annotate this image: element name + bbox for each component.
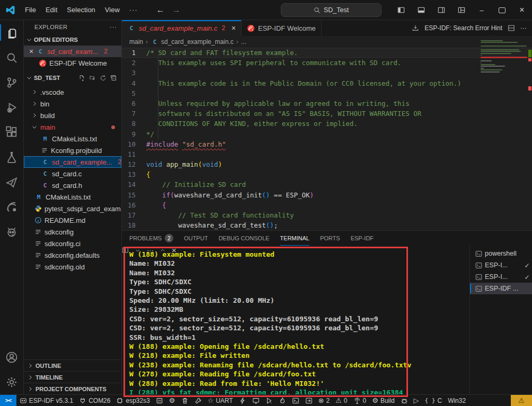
status-build-task[interactable]: ⚙Build	[369, 395, 397, 406]
nav-forward-icon[interactable]: →	[172, 5, 181, 15]
editor-more-actions[interactable]: ···	[520, 24, 527, 32]
status-monitor-device[interactable]	[249, 395, 262, 406]
status-warning-notification[interactable]: ⚠	[511, 395, 532, 406]
file-tree-row[interactable]: sdkconfig.old	[24, 261, 121, 273]
section-outline[interactable]: OUTLINE	[24, 359, 121, 371]
file-tree-row[interactable]: sdkconfig.ci	[24, 238, 121, 249]
close-tab-icon[interactable]: ×	[232, 24, 236, 32]
status-flash-method[interactable]	[153, 395, 166, 406]
activity-source-control-icon[interactable]	[0, 70, 24, 95]
panel-tab-esp-idf[interactable]: ESP-IDF	[351, 231, 374, 246]
activity-testing-icon[interactable]	[0, 145, 24, 169]
menu-item-view[interactable]: View	[100, 4, 125, 16]
status-forwarded-ports[interactable]: 0	[350, 395, 369, 406]
menu-item-file[interactable]: File	[20, 4, 41, 16]
new-folder-icon[interactable]	[89, 75, 96, 82]
esp-idf-search-error-hint[interactable]: ESP-IDF: Search Error Hint	[424, 24, 502, 32]
status-errors-count[interactable]: ⊗2	[315, 395, 333, 406]
file-tree-row[interactable]: sdkconfig	[24, 226, 121, 238]
file-tree-row[interactable]: Kconfig.projbuild	[24, 145, 121, 156]
status-esp-idf-version[interactable]: ESP-IDF v5.3.1	[16, 395, 76, 406]
file-tree-row[interactable]: sdkconfig.defaults	[24, 249, 121, 261]
status-remote-indicator[interactable]: ><	[0, 395, 16, 406]
refresh-icon[interactable]	[100, 75, 107, 82]
activity-settings-icon[interactable]	[0, 369, 24, 394]
activity-espressif-icon[interactable]	[0, 194, 24, 219]
file-tree-row[interactable]: pytest_sdspi_card_exam...	[24, 203, 121, 214]
open-editor-item[interactable]: ESP-IDF Welcome	[24, 57, 121, 69]
esp-idf-flash-download-icon[interactable]	[412, 24, 419, 32]
activity-explorer-icon[interactable]	[0, 20, 24, 45]
terminal-list-item[interactable]: powershell	[470, 248, 532, 259]
activity-accounts-icon[interactable]	[0, 345, 24, 369]
editor-tab[interactable]: ESP-IDF Welcome	[242, 20, 322, 36]
status-device-target[interactable]: esp32s3	[113, 395, 153, 406]
breadcrumb-item[interactable]: Csd_card_example_main.c	[150, 38, 234, 46]
close-icon[interactable]: ×	[512, 0, 532, 20]
file-tree-row[interactable]: Csd_card.h	[24, 179, 121, 191]
status-full-clean[interactable]	[178, 395, 191, 406]
status-debug-task[interactable]	[397, 395, 411, 406]
status-sdk-configuration[interactable]: ⚙	[166, 395, 178, 406]
file-tree-row[interactable]: iREADME.md	[24, 214, 121, 226]
file-tree-row[interactable]: .vscode	[24, 86, 121, 98]
customize-layout-icon[interactable]	[451, 0, 472, 20]
collapse-all-icon[interactable]	[110, 75, 117, 82]
breadcrumb-item[interactable]: ...	[241, 38, 246, 46]
minimize-icon[interactable]: –	[472, 0, 492, 20]
terminal-list-item[interactable]: ESP-IDF ...	[470, 283, 532, 294]
status-erase-flash[interactable]	[276, 395, 289, 406]
file-tree-row[interactable]: bin	[24, 98, 121, 110]
toggle-panel-icon[interactable]	[411, 0, 431, 20]
section-project-components[interactable]: PROJECT COMPONENTS	[24, 383, 121, 394]
status-warnings-count[interactable]: ⚠0	[333, 395, 350, 406]
explorer-more-actions[interactable]: ···	[110, 24, 117, 30]
menu-overflow[interactable]: ···	[125, 4, 143, 16]
command-center-search[interactable]: SD_Test	[281, 3, 382, 17]
section-timeline[interactable]: TIMELINE	[24, 371, 121, 383]
close-icon[interactable]: ×	[29, 47, 33, 56]
toggle-primary-sidebar-icon[interactable]	[391, 0, 411, 20]
status-serial-port[interactable]: COM26	[76, 395, 113, 406]
file-tree-row[interactable]: build	[24, 110, 121, 121]
file-tree-row[interactable]: Csd_card_example...2	[24, 156, 121, 168]
status-custom-task[interactable]	[191, 395, 205, 406]
code-editor[interactable]: 1/* SD card and FAT filesystem example.2…	[122, 48, 532, 230]
panel-tab-terminal[interactable]: TERMINAL	[280, 231, 309, 246]
open-editors-header[interactable]: OPEN EDITORS	[24, 34, 121, 46]
split-editor-icon[interactable]	[508, 24, 515, 32]
open-editor-item[interactable]: ×Csd_card_exam...2	[24, 46, 121, 57]
menu-item-edit[interactable]: Edit	[41, 4, 62, 16]
panel-tab-problems[interactable]: PROBLEMS2	[129, 231, 173, 246]
file-tree-row[interactable]: main	[24, 121, 121, 133]
new-file-icon[interactable]	[78, 75, 85, 82]
workspace-header[interactable]: SD_TEST	[24, 72, 121, 84]
terminal-list-item[interactable]: ESP-I...✓	[470, 271, 532, 283]
status-flash-device[interactable]	[236, 395, 249, 406]
nav-back-icon[interactable]: ←	[156, 5, 165, 15]
terminal-list-item[interactable]: ESP-I...✓	[470, 259, 532, 271]
status-platform[interactable]: Win32	[445, 395, 469, 406]
menu-item-selection[interactable]: Selection	[62, 4, 100, 16]
panel-tab-ports[interactable]: PORTS	[320, 231, 340, 246]
maximize-icon[interactable]	[492, 0, 512, 20]
minimap[interactable]	[481, 40, 527, 120]
activity-search-icon[interactable]	[0, 45, 24, 70]
toggle-secondary-sidebar-icon[interactable]	[431, 0, 451, 20]
status-monitor-method[interactable]: ☆UART	[205, 395, 236, 406]
status-idf-terminal[interactable]	[289, 395, 302, 406]
terminal-output[interactable]: W (188) example: Filesystem mountedName:…	[122, 246, 469, 394]
status-open-project[interactable]	[302, 395, 315, 406]
status-language-mode[interactable]: { }C	[422, 395, 445, 406]
panel-tab-debug-console[interactable]: DEBUG CONSOLE	[218, 231, 269, 246]
activity-esp-idf-explorer-icon[interactable]	[0, 169, 24, 194]
status-run-task[interactable]: ▷	[411, 395, 422, 406]
activity-extensions-icon[interactable]	[0, 120, 24, 145]
file-tree-row[interactable]: MCMakeLists.txt	[24, 133, 121, 145]
activity-run-and-debug-icon[interactable]	[0, 95, 24, 120]
activity-chat-bot-icon[interactable]	[0, 219, 24, 244]
status-debug-device[interactable]	[262, 395, 276, 406]
file-tree-row[interactable]: Csd_card.c	[24, 168, 121, 179]
breadcrumb-item[interactable]: main	[129, 38, 143, 46]
file-tree-row[interactable]: MCMakeLists.txt	[24, 191, 121, 203]
